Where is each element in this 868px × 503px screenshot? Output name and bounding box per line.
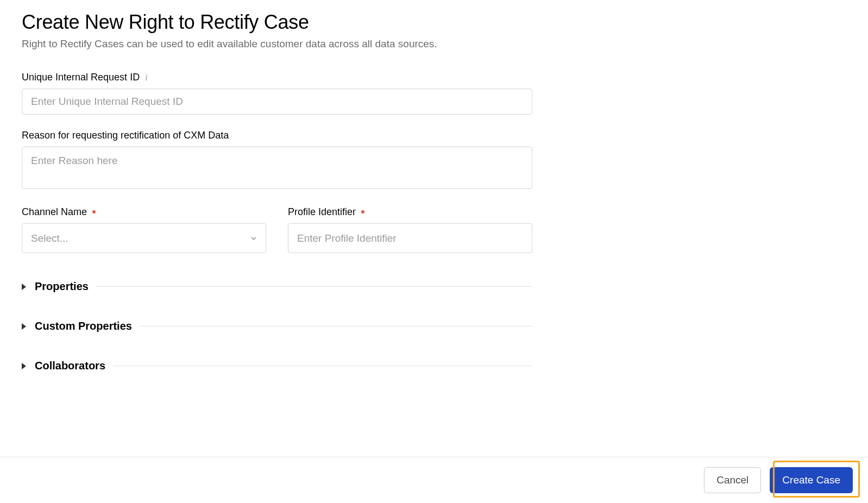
- request-id-input[interactable]: [22, 89, 532, 115]
- channel-name-select[interactable]: Select...: [22, 223, 266, 253]
- page-title: Create New Right to Rectify Case: [22, 11, 846, 34]
- cancel-button[interactable]: Cancel: [704, 467, 761, 493]
- section-divider: [113, 366, 532, 366]
- caret-right-icon: [22, 284, 27, 290]
- svg-marker-1: [22, 323, 26, 330]
- reason-label: Reason for requesting rectification of C…: [22, 130, 532, 141]
- request-id-label: Unique Internal Request ID i: [22, 72, 532, 83]
- caret-right-icon: [22, 323, 27, 330]
- collaborators-section-title: Collaborators: [35, 360, 105, 372]
- section-divider: [140, 326, 532, 326]
- profile-identifier-label: Profile Identifier: [288, 206, 532, 218]
- channel-name-label: Channel Name: [22, 206, 266, 218]
- properties-section-title: Properties: [35, 280, 89, 293]
- custom-properties-section-title: Custom Properties: [35, 320, 132, 332]
- properties-section-toggle[interactable]: Properties: [22, 280, 532, 293]
- reason-input[interactable]: [22, 147, 532, 189]
- required-indicator: [361, 210, 364, 213]
- svg-marker-0: [22, 284, 26, 290]
- section-divider: [96, 286, 532, 287]
- create-case-button[interactable]: Create Case: [770, 467, 853, 493]
- info-icon[interactable]: i: [145, 73, 147, 83]
- collaborators-section-toggle[interactable]: Collaborators: [22, 360, 532, 372]
- footer-bar: Cancel Create Case: [0, 457, 868, 503]
- svg-marker-2: [22, 363, 26, 369]
- profile-identifier-input[interactable]: [288, 223, 532, 253]
- page-subtitle: Right to Rectify Cases can be used to ed…: [22, 38, 846, 50]
- caret-right-icon: [22, 363, 27, 369]
- required-indicator: [92, 210, 96, 213]
- custom-properties-section-toggle[interactable]: Custom Properties: [22, 320, 532, 332]
